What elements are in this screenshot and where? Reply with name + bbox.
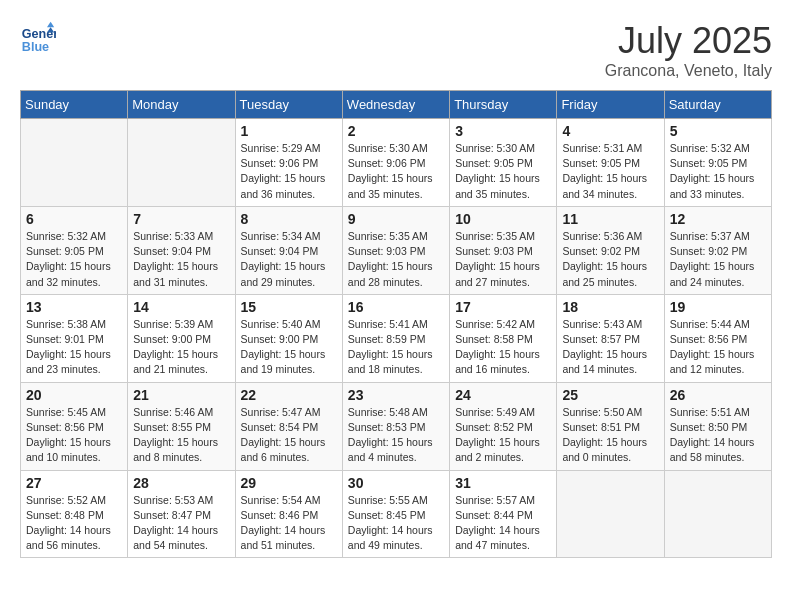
day-info: Sunrise: 5:41 AMSunset: 8:59 PMDaylight:… bbox=[348, 317, 444, 378]
calendar-cell bbox=[21, 119, 128, 207]
calendar-cell: 11Sunrise: 5:36 AMSunset: 9:02 PMDayligh… bbox=[557, 206, 664, 294]
day-info: Sunrise: 5:36 AMSunset: 9:02 PMDaylight:… bbox=[562, 229, 658, 290]
day-number: 8 bbox=[241, 211, 337, 227]
day-info: Sunrise: 5:53 AMSunset: 8:47 PMDaylight:… bbox=[133, 493, 229, 554]
day-info: Sunrise: 5:35 AMSunset: 9:03 PMDaylight:… bbox=[348, 229, 444, 290]
day-header-tuesday: Tuesday bbox=[235, 91, 342, 119]
day-number: 23 bbox=[348, 387, 444, 403]
day-number: 22 bbox=[241, 387, 337, 403]
day-info: Sunrise: 5:35 AMSunset: 9:03 PMDaylight:… bbox=[455, 229, 551, 290]
day-info: Sunrise: 5:30 AMSunset: 9:05 PMDaylight:… bbox=[455, 141, 551, 202]
svg-marker-2 bbox=[47, 22, 54, 27]
day-header-wednesday: Wednesday bbox=[342, 91, 449, 119]
day-header-saturday: Saturday bbox=[664, 91, 771, 119]
calendar-week-1: 1Sunrise: 5:29 AMSunset: 9:06 PMDaylight… bbox=[21, 119, 772, 207]
day-info: Sunrise: 5:32 AMSunset: 9:05 PMDaylight:… bbox=[26, 229, 122, 290]
day-info: Sunrise: 5:49 AMSunset: 8:52 PMDaylight:… bbox=[455, 405, 551, 466]
day-number: 28 bbox=[133, 475, 229, 491]
day-number: 6 bbox=[26, 211, 122, 227]
calendar-cell: 22Sunrise: 5:47 AMSunset: 8:54 PMDayligh… bbox=[235, 382, 342, 470]
day-number: 5 bbox=[670, 123, 766, 139]
day-info: Sunrise: 5:52 AMSunset: 8:48 PMDaylight:… bbox=[26, 493, 122, 554]
day-number: 10 bbox=[455, 211, 551, 227]
location: Grancona, Veneto, Italy bbox=[605, 62, 772, 80]
day-header-sunday: Sunday bbox=[21, 91, 128, 119]
calendar-cell bbox=[128, 119, 235, 207]
day-number: 17 bbox=[455, 299, 551, 315]
day-info: Sunrise: 5:42 AMSunset: 8:58 PMDaylight:… bbox=[455, 317, 551, 378]
day-number: 18 bbox=[562, 299, 658, 315]
day-info: Sunrise: 5:55 AMSunset: 8:45 PMDaylight:… bbox=[348, 493, 444, 554]
day-info: Sunrise: 5:43 AMSunset: 8:57 PMDaylight:… bbox=[562, 317, 658, 378]
calendar-week-2: 6Sunrise: 5:32 AMSunset: 9:05 PMDaylight… bbox=[21, 206, 772, 294]
calendar-week-4: 20Sunrise: 5:45 AMSunset: 8:56 PMDayligh… bbox=[21, 382, 772, 470]
day-number: 12 bbox=[670, 211, 766, 227]
day-number: 27 bbox=[26, 475, 122, 491]
day-number: 11 bbox=[562, 211, 658, 227]
logo: General Blue bbox=[20, 20, 56, 56]
day-number: 21 bbox=[133, 387, 229, 403]
calendar-cell: 26Sunrise: 5:51 AMSunset: 8:50 PMDayligh… bbox=[664, 382, 771, 470]
day-info: Sunrise: 5:40 AMSunset: 9:00 PMDaylight:… bbox=[241, 317, 337, 378]
day-number: 16 bbox=[348, 299, 444, 315]
day-info: Sunrise: 5:51 AMSunset: 8:50 PMDaylight:… bbox=[670, 405, 766, 466]
calendar-cell: 17Sunrise: 5:42 AMSunset: 8:58 PMDayligh… bbox=[450, 294, 557, 382]
day-info: Sunrise: 5:48 AMSunset: 8:53 PMDaylight:… bbox=[348, 405, 444, 466]
day-info: Sunrise: 5:29 AMSunset: 9:06 PMDaylight:… bbox=[241, 141, 337, 202]
day-info: Sunrise: 5:50 AMSunset: 8:51 PMDaylight:… bbox=[562, 405, 658, 466]
day-number: 19 bbox=[670, 299, 766, 315]
calendar-cell: 13Sunrise: 5:38 AMSunset: 9:01 PMDayligh… bbox=[21, 294, 128, 382]
calendar-cell: 1Sunrise: 5:29 AMSunset: 9:06 PMDaylight… bbox=[235, 119, 342, 207]
day-number: 9 bbox=[348, 211, 444, 227]
calendar-cell bbox=[557, 470, 664, 558]
calendar-cell: 23Sunrise: 5:48 AMSunset: 8:53 PMDayligh… bbox=[342, 382, 449, 470]
day-info: Sunrise: 5:33 AMSunset: 9:04 PMDaylight:… bbox=[133, 229, 229, 290]
day-info: Sunrise: 5:32 AMSunset: 9:05 PMDaylight:… bbox=[670, 141, 766, 202]
day-header-thursday: Thursday bbox=[450, 91, 557, 119]
day-number: 15 bbox=[241, 299, 337, 315]
day-info: Sunrise: 5:57 AMSunset: 8:44 PMDaylight:… bbox=[455, 493, 551, 554]
calendar-cell: 3Sunrise: 5:30 AMSunset: 9:05 PMDaylight… bbox=[450, 119, 557, 207]
day-info: Sunrise: 5:30 AMSunset: 9:06 PMDaylight:… bbox=[348, 141, 444, 202]
calendar-table: SundayMondayTuesdayWednesdayThursdayFrid… bbox=[20, 90, 772, 558]
day-number: 29 bbox=[241, 475, 337, 491]
calendar-cell: 2Sunrise: 5:30 AMSunset: 9:06 PMDaylight… bbox=[342, 119, 449, 207]
day-number: 14 bbox=[133, 299, 229, 315]
day-number: 7 bbox=[133, 211, 229, 227]
calendar-cell: 10Sunrise: 5:35 AMSunset: 9:03 PMDayligh… bbox=[450, 206, 557, 294]
day-info: Sunrise: 5:47 AMSunset: 8:54 PMDaylight:… bbox=[241, 405, 337, 466]
calendar-cell: 15Sunrise: 5:40 AMSunset: 9:00 PMDayligh… bbox=[235, 294, 342, 382]
day-number: 26 bbox=[670, 387, 766, 403]
month-title: July 2025 bbox=[605, 20, 772, 62]
calendar-cell: 8Sunrise: 5:34 AMSunset: 9:04 PMDaylight… bbox=[235, 206, 342, 294]
day-info: Sunrise: 5:45 AMSunset: 8:56 PMDaylight:… bbox=[26, 405, 122, 466]
calendar-cell: 16Sunrise: 5:41 AMSunset: 8:59 PMDayligh… bbox=[342, 294, 449, 382]
page-header: General Blue July 2025 Grancona, Veneto,… bbox=[20, 20, 772, 80]
day-info: Sunrise: 5:37 AMSunset: 9:02 PMDaylight:… bbox=[670, 229, 766, 290]
calendar-cell: 12Sunrise: 5:37 AMSunset: 9:02 PMDayligh… bbox=[664, 206, 771, 294]
calendar-cell: 5Sunrise: 5:32 AMSunset: 9:05 PMDaylight… bbox=[664, 119, 771, 207]
calendar-cell: 14Sunrise: 5:39 AMSunset: 9:00 PMDayligh… bbox=[128, 294, 235, 382]
day-number: 31 bbox=[455, 475, 551, 491]
logo-icon: General Blue bbox=[20, 20, 56, 56]
calendar-cell: 7Sunrise: 5:33 AMSunset: 9:04 PMDaylight… bbox=[128, 206, 235, 294]
day-header-friday: Friday bbox=[557, 91, 664, 119]
calendar-cell: 6Sunrise: 5:32 AMSunset: 9:05 PMDaylight… bbox=[21, 206, 128, 294]
day-info: Sunrise: 5:31 AMSunset: 9:05 PMDaylight:… bbox=[562, 141, 658, 202]
day-number: 24 bbox=[455, 387, 551, 403]
svg-text:Blue: Blue bbox=[22, 40, 49, 54]
day-number: 30 bbox=[348, 475, 444, 491]
calendar-week-5: 27Sunrise: 5:52 AMSunset: 8:48 PMDayligh… bbox=[21, 470, 772, 558]
calendar-cell: 25Sunrise: 5:50 AMSunset: 8:51 PMDayligh… bbox=[557, 382, 664, 470]
day-number: 3 bbox=[455, 123, 551, 139]
calendar-cell: 9Sunrise: 5:35 AMSunset: 9:03 PMDaylight… bbox=[342, 206, 449, 294]
day-number: 20 bbox=[26, 387, 122, 403]
calendar-cell: 21Sunrise: 5:46 AMSunset: 8:55 PMDayligh… bbox=[128, 382, 235, 470]
calendar-cell: 27Sunrise: 5:52 AMSunset: 8:48 PMDayligh… bbox=[21, 470, 128, 558]
calendar-cell: 30Sunrise: 5:55 AMSunset: 8:45 PMDayligh… bbox=[342, 470, 449, 558]
day-info: Sunrise: 5:34 AMSunset: 9:04 PMDaylight:… bbox=[241, 229, 337, 290]
calendar-cell: 4Sunrise: 5:31 AMSunset: 9:05 PMDaylight… bbox=[557, 119, 664, 207]
day-info: Sunrise: 5:39 AMSunset: 9:00 PMDaylight:… bbox=[133, 317, 229, 378]
calendar-header-row: SundayMondayTuesdayWednesdayThursdayFrid… bbox=[21, 91, 772, 119]
calendar-week-3: 13Sunrise: 5:38 AMSunset: 9:01 PMDayligh… bbox=[21, 294, 772, 382]
